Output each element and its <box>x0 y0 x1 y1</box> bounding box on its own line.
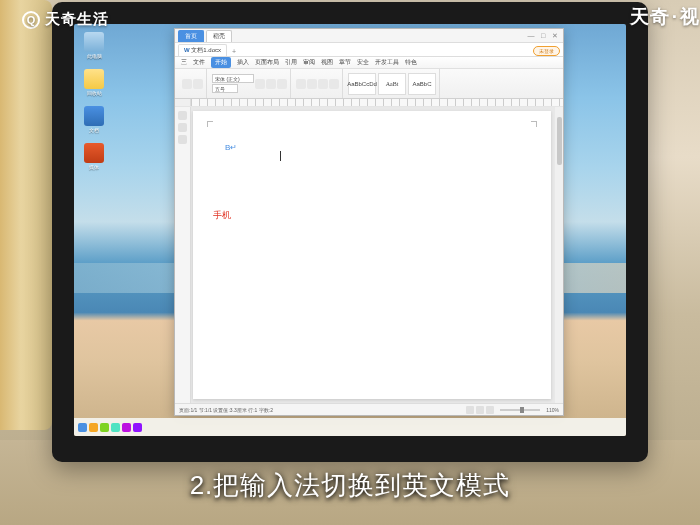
window-controls: — □ ✕ <box>526 32 560 40</box>
monitor-frame: 此电脑 回收站 文档 媒体 首页 稻壳 — □ ✕ W 文档1.docx <box>52 2 648 462</box>
view-web-icon[interactable] <box>486 406 494 414</box>
font-name-select[interactable]: 宋体 (正文) <box>212 74 254 83</box>
zoom-slider[interactable] <box>500 409 540 411</box>
bullets-icon[interactable] <box>329 79 339 89</box>
menu-review[interactable]: 审阅 <box>303 58 315 67</box>
desktop-icon-media[interactable]: 媒体 <box>80 143 108 170</box>
min-button[interactable]: — <box>526 32 536 40</box>
cut-icon[interactable] <box>193 79 203 89</box>
text-caret <box>280 151 281 161</box>
titlebar-other-tab[interactable]: 稻壳 <box>206 30 232 42</box>
taskbar-app3[interactable] <box>111 423 120 432</box>
select-icon[interactable] <box>178 135 187 144</box>
align-right-icon[interactable] <box>318 79 328 89</box>
logo-icon: Q <box>22 11 40 29</box>
max-button[interactable]: □ <box>538 32 548 40</box>
ribbon-paragraph-group <box>293 69 343 98</box>
underline-icon[interactable] <box>277 79 287 89</box>
watermark-left-text: 天奇生活 <box>45 10 109 29</box>
wps-window: 首页 稻壳 — □ ✕ W 文档1.docx + 未登录 三 <box>174 28 564 416</box>
menu-layout[interactable]: 页面布局 <box>255 58 279 67</box>
watermark-right: 天奇·视 <box>630 4 700 30</box>
outline-icon[interactable] <box>178 123 187 132</box>
menu-view[interactable]: 视图 <box>321 58 333 67</box>
menu-security[interactable]: 安全 <box>357 58 369 67</box>
close-button[interactable]: ✕ <box>550 32 560 40</box>
menu-section[interactable]: 章节 <box>339 58 351 67</box>
doc-tab[interactable]: W 文档1.docx <box>178 44 227 56</box>
taskbar-app1[interactable] <box>89 423 98 432</box>
desktop-icon-recycle[interactable]: 回收站 <box>80 69 108 96</box>
desktop-icon-doc[interactable]: 文档 <box>80 106 108 133</box>
watermark-left: Q 天奇生活 <box>22 10 109 29</box>
menu-dev[interactable]: 开发工具 <box>375 58 399 67</box>
scrollbar-thumb[interactable] <box>557 117 562 165</box>
paste-icon[interactable] <box>182 79 192 89</box>
menubar: 三 文件 开始 插入 页面布局 引用 审阅 视图 章节 安全 开发工具 特色 <box>175 57 563 69</box>
menu-insert[interactable]: 插入 <box>237 58 249 67</box>
paragraph-mark: B↵ <box>225 143 237 152</box>
menu-hamburger-icon[interactable]: 三 <box>181 58 187 67</box>
horizontal-ruler[interactable] <box>175 99 563 107</box>
taskbar[interactable] <box>74 418 626 436</box>
start-button[interactable] <box>78 423 87 432</box>
login-pill[interactable]: 未登录 <box>533 46 560 56</box>
crop-mark-tr <box>531 121 537 127</box>
vertical-scrollbar[interactable] <box>555 107 563 403</box>
nav-icon[interactable] <box>178 111 187 120</box>
document-text: 手机 <box>213 209 519 222</box>
new-tab-button[interactable]: + <box>228 47 240 56</box>
font-size-select[interactable]: 五号 <box>212 84 238 93</box>
titlebar-home-tab[interactable]: 首页 <box>178 30 204 42</box>
taskbar-app4[interactable] <box>122 423 131 432</box>
menu-file[interactable]: 文件 <box>193 58 205 67</box>
style-normal[interactable]: AaBbCcDd <box>348 73 376 95</box>
style-heading1[interactable]: AaBt <box>378 73 406 95</box>
ribbon-clipboard-group <box>179 69 207 98</box>
ribbon-styles-group: AaBbCcDd AaBt AaBbC <box>345 69 440 98</box>
taskbar-app5[interactable] <box>133 423 142 432</box>
wps-titlebar[interactable]: 首页 稻壳 — □ ✕ <box>175 29 563 43</box>
vertical-toolbar <box>175 107 191 403</box>
status-bar: 页面:1/1 节:1/1 设置值:3.3厘米 行:1 字数:2 110% <box>175 403 563 415</box>
desktop-icons: 此电脑 回收站 文档 媒体 <box>80 32 108 170</box>
view-print-icon[interactable] <box>466 406 474 414</box>
document-area: B↵ 手机 <box>175 107 563 403</box>
bold-icon[interactable] <box>255 79 265 89</box>
desktop-screen: 此电脑 回收站 文档 媒体 首页 稻壳 — □ ✕ W 文档1.docx <box>74 24 626 436</box>
ribbon: 宋体 (正文) 五号 AaBbCcDd AaBt <box>175 69 563 99</box>
document-tabbar: W 文档1.docx + 未登录 <box>175 43 563 57</box>
view-read-icon[interactable] <box>476 406 484 414</box>
menu-references[interactable]: 引用 <box>285 58 297 67</box>
caption-subtitle: 2.把输入法切换到英文模式 <box>0 468 700 503</box>
align-center-icon[interactable] <box>307 79 317 89</box>
zoom-percent[interactable]: 110% <box>546 407 559 413</box>
status-page-info: 页面:1/1 节:1/1 设置值:3.3厘米 行:1 字数:2 <box>179 407 273 413</box>
crop-mark-tl <box>207 121 213 127</box>
ribbon-font-group: 宋体 (正文) 五号 <box>209 69 291 98</box>
align-left-icon[interactable] <box>296 79 306 89</box>
menu-home[interactable]: 开始 <box>211 57 231 68</box>
taskbar-app2[interactable] <box>100 423 109 432</box>
word-icon: W <box>184 47 190 53</box>
view-mode-icons <box>466 406 494 414</box>
desktop-icon-computer[interactable]: 此电脑 <box>80 32 108 59</box>
document-page[interactable]: B↵ 手机 <box>193 111 551 399</box>
menu-special[interactable]: 特色 <box>405 58 417 67</box>
italic-icon[interactable] <box>266 79 276 89</box>
style-heading2[interactable]: AaBbC <box>408 73 436 95</box>
